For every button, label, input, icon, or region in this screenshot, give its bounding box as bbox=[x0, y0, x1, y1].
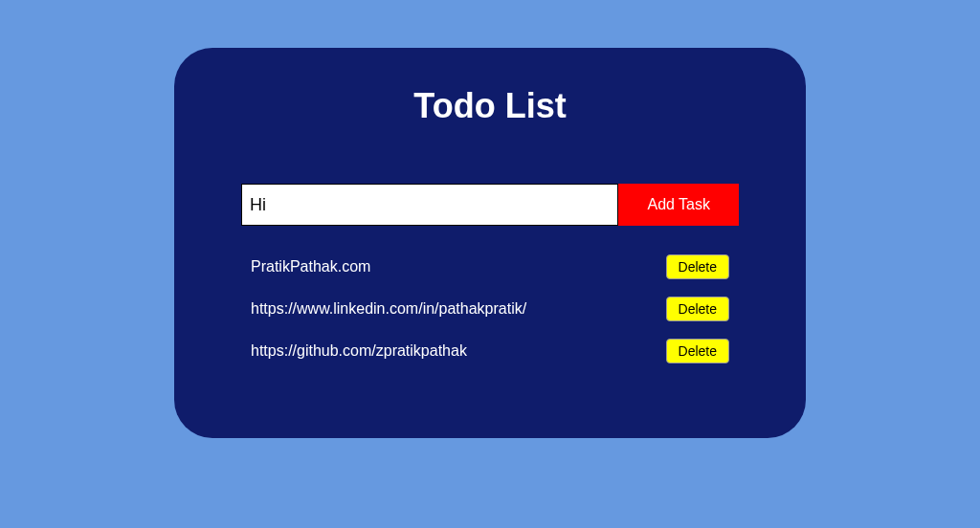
todo-card: Todo List Add Task PratikPathak.com Dele… bbox=[174, 48, 806, 438]
task-item: https://www.linkedin.com/in/pathakpratik… bbox=[251, 297, 729, 321]
task-list: PratikPathak.com Delete https://www.link… bbox=[222, 254, 758, 363]
page-title: Todo List bbox=[222, 86, 758, 126]
task-item: PratikPathak.com Delete bbox=[251, 254, 729, 279]
task-text: PratikPathak.com bbox=[251, 258, 370, 275]
delete-button[interactable]: Delete bbox=[666, 254, 729, 279]
add-task-button[interactable]: Add Task bbox=[618, 184, 739, 226]
delete-button[interactable]: Delete bbox=[666, 297, 729, 321]
input-row: Add Task bbox=[241, 184, 739, 226]
task-input[interactable] bbox=[241, 184, 618, 226]
task-text: https://github.com/zpratikpathak bbox=[251, 342, 467, 360]
delete-button[interactable]: Delete bbox=[666, 339, 729, 363]
task-text: https://www.linkedin.com/in/pathakpratik… bbox=[251, 300, 526, 318]
task-item: https://github.com/zpratikpathak Delete bbox=[251, 339, 729, 363]
